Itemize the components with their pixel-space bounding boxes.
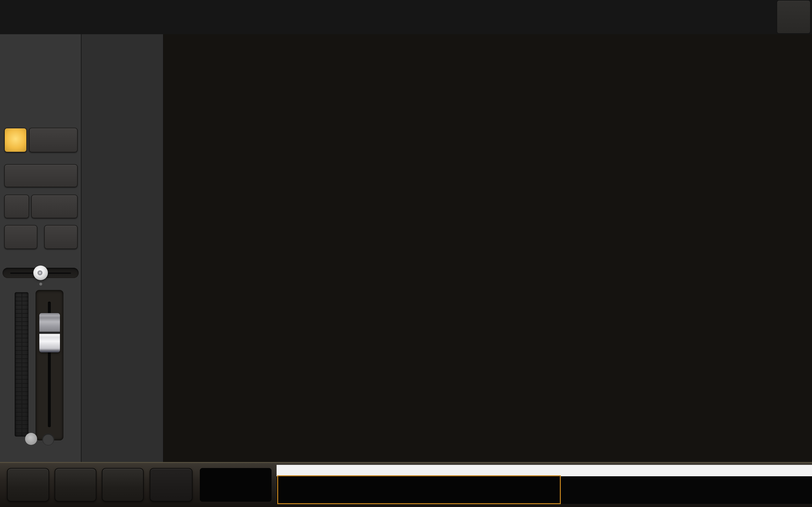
stop-button[interactable] [102, 468, 144, 502]
vu-meter [14, 292, 29, 437]
timeline-overview[interactable] [276, 465, 812, 476]
solo-button[interactable] [44, 225, 78, 249]
track-panel [0, 34, 82, 462]
instrument-editor [163, 34, 812, 462]
play-from-start-button[interactable] [7, 468, 49, 502]
time-position-display[interactable] [200, 468, 271, 502]
next-button[interactable] [777, 1, 810, 33]
toolbar [0, 0, 812, 35]
fx-power-toggle[interactable] [4, 128, 27, 153]
pan-center-mark [39, 283, 42, 285]
instrument-select-button[interactable] [31, 194, 78, 218]
instrument-keyboard-button[interactable] [4, 194, 29, 218]
timeline-loop-region[interactable] [277, 475, 561, 504]
play-button[interactable] [55, 468, 96, 502]
page-indicator-dot-2[interactable] [42, 434, 54, 446]
record-button[interactable] [150, 468, 193, 502]
app-window [0, 0, 812, 507]
fx-grid-button[interactable] [29, 128, 78, 153]
next-page-icon [777, 2, 810, 23]
drum-pad-list [82, 34, 163, 462]
fader-handle[interactable] [39, 313, 60, 352]
pan-slider-thumb[interactable] [33, 266, 48, 280]
mute-button[interactable] [4, 225, 38, 249]
transport-bar [0, 462, 812, 507]
cut-group-label [349, 437, 448, 451]
adsr-button[interactable] [4, 164, 78, 187]
page-indicator-dot-1[interactable] [25, 433, 37, 445]
